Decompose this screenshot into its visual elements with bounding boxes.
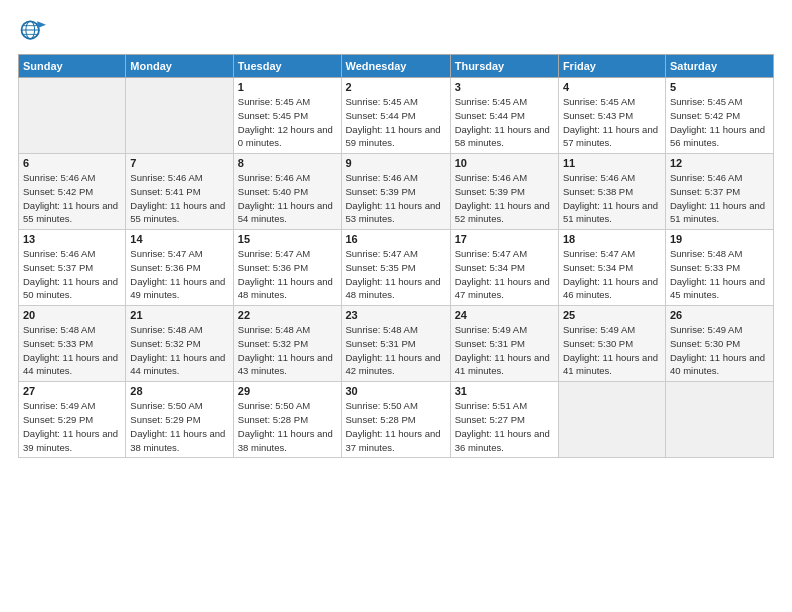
day-number: 25 xyxy=(563,309,661,321)
calendar-cell: 23Sunrise: 5:48 AM Sunset: 5:31 PM Dayli… xyxy=(341,306,450,382)
day-info: Sunrise: 5:45 AM Sunset: 5:45 PM Dayligh… xyxy=(238,95,337,150)
calendar-cell: 8Sunrise: 5:46 AM Sunset: 5:40 PM Daylig… xyxy=(233,154,341,230)
day-number: 17 xyxy=(455,233,554,245)
day-info: Sunrise: 5:47 AM Sunset: 5:35 PM Dayligh… xyxy=(346,247,446,302)
day-number: 22 xyxy=(238,309,337,321)
day-info: Sunrise: 5:45 AM Sunset: 5:42 PM Dayligh… xyxy=(670,95,769,150)
day-info: Sunrise: 5:46 AM Sunset: 5:41 PM Dayligh… xyxy=(130,171,228,226)
day-number: 23 xyxy=(346,309,446,321)
day-number: 29 xyxy=(238,385,337,397)
day-info: Sunrise: 5:46 AM Sunset: 5:38 PM Dayligh… xyxy=(563,171,661,226)
day-info: Sunrise: 5:46 AM Sunset: 5:37 PM Dayligh… xyxy=(23,247,121,302)
day-info: Sunrise: 5:50 AM Sunset: 5:28 PM Dayligh… xyxy=(346,399,446,454)
calendar-cell xyxy=(126,78,233,154)
calendar-cell: 7Sunrise: 5:46 AM Sunset: 5:41 PM Daylig… xyxy=(126,154,233,230)
calendar-cell xyxy=(558,382,665,458)
calendar-cell: 11Sunrise: 5:46 AM Sunset: 5:38 PM Dayli… xyxy=(558,154,665,230)
day-number: 3 xyxy=(455,81,554,93)
day-number: 4 xyxy=(563,81,661,93)
calendar-cell xyxy=(19,78,126,154)
weekday-header: Sunday xyxy=(19,55,126,78)
calendar-header-row: SundayMondayTuesdayWednesdayThursdayFrid… xyxy=(19,55,774,78)
calendar-cell: 25Sunrise: 5:49 AM Sunset: 5:30 PM Dayli… xyxy=(558,306,665,382)
weekday-header: Saturday xyxy=(665,55,773,78)
day-info: Sunrise: 5:48 AM Sunset: 5:32 PM Dayligh… xyxy=(130,323,228,378)
day-info: Sunrise: 5:45 AM Sunset: 5:43 PM Dayligh… xyxy=(563,95,661,150)
day-number: 16 xyxy=(346,233,446,245)
day-info: Sunrise: 5:48 AM Sunset: 5:31 PM Dayligh… xyxy=(346,323,446,378)
day-info: Sunrise: 5:51 AM Sunset: 5:27 PM Dayligh… xyxy=(455,399,554,454)
calendar-week-row: 1Sunrise: 5:45 AM Sunset: 5:45 PM Daylig… xyxy=(19,78,774,154)
calendar-cell: 18Sunrise: 5:47 AM Sunset: 5:34 PM Dayli… xyxy=(558,230,665,306)
day-info: Sunrise: 5:46 AM Sunset: 5:39 PM Dayligh… xyxy=(455,171,554,226)
day-number: 7 xyxy=(130,157,228,169)
day-info: Sunrise: 5:49 AM Sunset: 5:30 PM Dayligh… xyxy=(670,323,769,378)
day-number: 31 xyxy=(455,385,554,397)
day-number: 15 xyxy=(238,233,337,245)
logo xyxy=(18,16,50,44)
day-info: Sunrise: 5:45 AM Sunset: 5:44 PM Dayligh… xyxy=(455,95,554,150)
day-info: Sunrise: 5:45 AM Sunset: 5:44 PM Dayligh… xyxy=(346,95,446,150)
weekday-header: Wednesday xyxy=(341,55,450,78)
day-number: 14 xyxy=(130,233,228,245)
day-number: 11 xyxy=(563,157,661,169)
calendar-week-row: 13Sunrise: 5:46 AM Sunset: 5:37 PM Dayli… xyxy=(19,230,774,306)
calendar-cell: 27Sunrise: 5:49 AM Sunset: 5:29 PM Dayli… xyxy=(19,382,126,458)
calendar-cell: 1Sunrise: 5:45 AM Sunset: 5:45 PM Daylig… xyxy=(233,78,341,154)
calendar-cell: 20Sunrise: 5:48 AM Sunset: 5:33 PM Dayli… xyxy=(19,306,126,382)
calendar-cell: 14Sunrise: 5:47 AM Sunset: 5:36 PM Dayli… xyxy=(126,230,233,306)
day-number: 2 xyxy=(346,81,446,93)
weekday-header: Friday xyxy=(558,55,665,78)
calendar-week-row: 27Sunrise: 5:49 AM Sunset: 5:29 PM Dayli… xyxy=(19,382,774,458)
day-number: 5 xyxy=(670,81,769,93)
day-number: 8 xyxy=(238,157,337,169)
day-number: 9 xyxy=(346,157,446,169)
day-number: 21 xyxy=(130,309,228,321)
day-number: 26 xyxy=(670,309,769,321)
weekday-header: Thursday xyxy=(450,55,558,78)
calendar-cell: 2Sunrise: 5:45 AM Sunset: 5:44 PM Daylig… xyxy=(341,78,450,154)
day-info: Sunrise: 5:50 AM Sunset: 5:28 PM Dayligh… xyxy=(238,399,337,454)
day-info: Sunrise: 5:49 AM Sunset: 5:31 PM Dayligh… xyxy=(455,323,554,378)
day-info: Sunrise: 5:46 AM Sunset: 5:42 PM Dayligh… xyxy=(23,171,121,226)
day-number: 27 xyxy=(23,385,121,397)
day-number: 10 xyxy=(455,157,554,169)
calendar-cell: 22Sunrise: 5:48 AM Sunset: 5:32 PM Dayli… xyxy=(233,306,341,382)
calendar-cell: 3Sunrise: 5:45 AM Sunset: 5:44 PM Daylig… xyxy=(450,78,558,154)
calendar-cell: 6Sunrise: 5:46 AM Sunset: 5:42 PM Daylig… xyxy=(19,154,126,230)
calendar-cell: 31Sunrise: 5:51 AM Sunset: 5:27 PM Dayli… xyxy=(450,382,558,458)
page: SundayMondayTuesdayWednesdayThursdayFrid… xyxy=(0,0,792,612)
calendar-cell: 15Sunrise: 5:47 AM Sunset: 5:36 PM Dayli… xyxy=(233,230,341,306)
calendar-cell: 10Sunrise: 5:46 AM Sunset: 5:39 PM Dayli… xyxy=(450,154,558,230)
day-number: 20 xyxy=(23,309,121,321)
day-info: Sunrise: 5:47 AM Sunset: 5:36 PM Dayligh… xyxy=(130,247,228,302)
calendar-cell: 17Sunrise: 5:47 AM Sunset: 5:34 PM Dayli… xyxy=(450,230,558,306)
calendar-week-row: 6Sunrise: 5:46 AM Sunset: 5:42 PM Daylig… xyxy=(19,154,774,230)
day-number: 13 xyxy=(23,233,121,245)
calendar-cell: 4Sunrise: 5:45 AM Sunset: 5:43 PM Daylig… xyxy=(558,78,665,154)
day-info: Sunrise: 5:46 AM Sunset: 5:37 PM Dayligh… xyxy=(670,171,769,226)
day-info: Sunrise: 5:49 AM Sunset: 5:30 PM Dayligh… xyxy=(563,323,661,378)
day-number: 1 xyxy=(238,81,337,93)
day-info: Sunrise: 5:46 AM Sunset: 5:39 PM Dayligh… xyxy=(346,171,446,226)
calendar-cell: 30Sunrise: 5:50 AM Sunset: 5:28 PM Dayli… xyxy=(341,382,450,458)
day-number: 18 xyxy=(563,233,661,245)
calendar-cell xyxy=(665,382,773,458)
calendar-cell: 16Sunrise: 5:47 AM Sunset: 5:35 PM Dayli… xyxy=(341,230,450,306)
weekday-header: Monday xyxy=(126,55,233,78)
day-info: Sunrise: 5:48 AM Sunset: 5:33 PM Dayligh… xyxy=(23,323,121,378)
day-number: 6 xyxy=(23,157,121,169)
calendar-table: SundayMondayTuesdayWednesdayThursdayFrid… xyxy=(18,54,774,458)
day-info: Sunrise: 5:50 AM Sunset: 5:29 PM Dayligh… xyxy=(130,399,228,454)
day-info: Sunrise: 5:48 AM Sunset: 5:32 PM Dayligh… xyxy=(238,323,337,378)
calendar-week-row: 20Sunrise: 5:48 AM Sunset: 5:33 PM Dayli… xyxy=(19,306,774,382)
calendar-cell: 13Sunrise: 5:46 AM Sunset: 5:37 PM Dayli… xyxy=(19,230,126,306)
calendar-cell: 12Sunrise: 5:46 AM Sunset: 5:37 PM Dayli… xyxy=(665,154,773,230)
day-info: Sunrise: 5:49 AM Sunset: 5:29 PM Dayligh… xyxy=(23,399,121,454)
calendar-cell: 5Sunrise: 5:45 AM Sunset: 5:42 PM Daylig… xyxy=(665,78,773,154)
day-info: Sunrise: 5:47 AM Sunset: 5:34 PM Dayligh… xyxy=(563,247,661,302)
day-info: Sunrise: 5:46 AM Sunset: 5:40 PM Dayligh… xyxy=(238,171,337,226)
day-number: 19 xyxy=(670,233,769,245)
day-info: Sunrise: 5:48 AM Sunset: 5:33 PM Dayligh… xyxy=(670,247,769,302)
calendar-cell: 9Sunrise: 5:46 AM Sunset: 5:39 PM Daylig… xyxy=(341,154,450,230)
